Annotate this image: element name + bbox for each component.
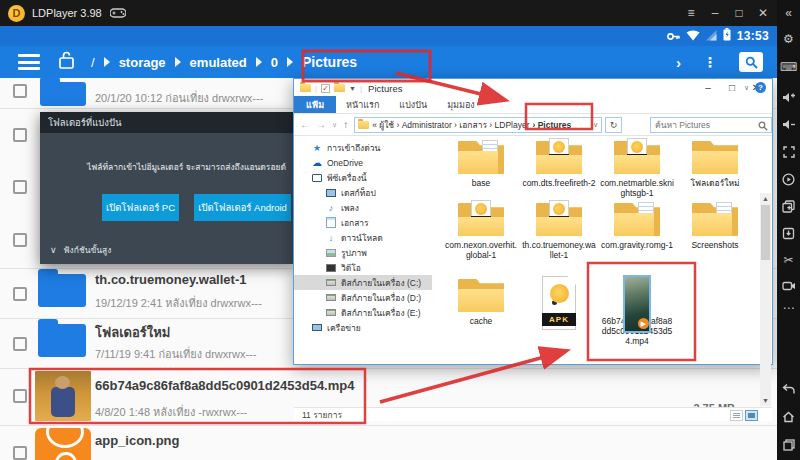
breadcrumb-root[interactable]: / xyxy=(91,55,95,70)
keyboard-icon[interactable]: ⌨ xyxy=(777,58,800,76)
explorer-search-input[interactable] xyxy=(651,118,771,132)
sidebar-item[interactable]: ดาวน์โหลด xyxy=(294,230,432,245)
address-path[interactable]: « ผู้ใช้ › Administrator › เอกสาร › LDPl… xyxy=(372,118,529,132)
scroll-down-icon[interactable]: ▼ xyxy=(760,395,771,406)
row-checkbox[interactable] xyxy=(13,180,27,194)
sidebar-item[interactable]: พีซีเครื่องนี้ xyxy=(294,170,432,185)
back-icon[interactable] xyxy=(777,380,800,398)
file-name[interactable]: 66b74a9c86faf8a8dd5c0901d2453d54.mp4 xyxy=(95,378,354,393)
refresh-icon[interactable]: ↻ xyxy=(605,117,622,133)
more-icon[interactable]: ⋯ xyxy=(777,299,800,317)
ribbon-collapse-icon[interactable]: ∨ xyxy=(744,84,749,92)
new-folder-icon[interactable] xyxy=(334,84,345,92)
lock-icon[interactable] xyxy=(58,50,75,74)
breadcrumb-current[interactable]: Pictures xyxy=(302,54,357,70)
breadcrumb-zero[interactable]: 0 xyxy=(271,55,278,70)
recent-apps-icon[interactable] xyxy=(777,436,800,454)
row-checkbox[interactable] xyxy=(13,389,27,403)
ribbon-tab[interactable]: แบ่งปัน xyxy=(389,96,437,113)
gamepad-icon[interactable] xyxy=(110,4,126,22)
fullscreen-icon[interactable] xyxy=(777,143,800,161)
ribbon-tab[interactable]: มุมมอง xyxy=(437,96,485,113)
sidebar-item[interactable]: วิดีโอ xyxy=(294,260,432,275)
sync-rotate-icon[interactable] xyxy=(777,170,800,188)
file-name[interactable]: th.co.truemoney.wallet-1 xyxy=(95,272,246,287)
properties-check-icon[interactable]: ✓ xyxy=(321,84,330,93)
advanced-functions-toggle[interactable]: ∨ ฟังก์ชันขั้นสูง xyxy=(50,243,111,257)
sidebar-item[interactable]: OneDrive xyxy=(294,155,432,170)
nav-forward-icon[interactable]: → xyxy=(316,119,326,130)
row-checkbox[interactable] xyxy=(13,446,27,460)
address-box[interactable]: « ผู้ใช้ › Administrator › เอกสาร › LDPl… xyxy=(354,117,602,133)
grid-item[interactable]: โฟลเดอร์ใหม่ xyxy=(676,136,754,198)
image-thumbnail[interactable] xyxy=(35,428,91,460)
grid-item[interactable]: APK th.co.truemoney.wallet-1 xyxy=(520,198,598,274)
screenshot-cut-icon[interactable]: ✂ xyxy=(777,251,800,269)
grid-item[interactable]: base xyxy=(442,136,520,198)
sidebar-item[interactable]: ดิสก์ภายในเครื่อง (E:) xyxy=(294,305,432,320)
breadcrumb-storage[interactable]: storage xyxy=(119,55,166,70)
multi-instance-icon[interactable] xyxy=(777,197,800,215)
menu-icon[interactable]: ≡ xyxy=(679,0,703,26)
explorer-search[interactable] xyxy=(650,117,772,133)
settings-gear-icon[interactable]: ⚙ xyxy=(777,30,800,48)
screen-record-icon[interactable] xyxy=(777,277,800,295)
grid-item[interactable]: APK com.dts.freefireth-2 xyxy=(520,136,598,198)
sidebar-item-label: ดิสก์ภายในเครื่อง (D:) xyxy=(341,291,421,305)
row-checkbox[interactable] xyxy=(13,84,27,98)
ribbon-tab[interactable]: แฟ้ม xyxy=(294,96,336,113)
nav-back-icon[interactable]: ← xyxy=(300,119,310,130)
grid-item[interactable]: ▶ 66b74a9c86faf8a8dd5c0901d2453d54.mp4 xyxy=(598,274,676,374)
sidebar-item[interactable]: เอกสาร xyxy=(294,215,432,230)
row-checkbox[interactable] xyxy=(13,233,27,247)
grid-item[interactable]: APK com.netmarble.sknightsgb-1 xyxy=(598,136,676,198)
scroll-up-icon[interactable]: ▲ xyxy=(760,193,771,204)
open-pc-folder-button[interactable]: เปิดโฟลเดอร์ PC xyxy=(102,194,179,221)
volume-up-icon[interactable] xyxy=(777,88,800,106)
explorer-maximize-button[interactable]: □ xyxy=(720,79,744,96)
sidebar-item[interactable]: เดสก์ท็อป xyxy=(294,185,432,200)
breadcrumb-emulated[interactable]: emulated xyxy=(190,55,247,70)
row-checkbox[interactable] xyxy=(13,337,27,351)
grid-item[interactable]: APK com.nexon.overhit.global-1 xyxy=(442,198,520,274)
minimize-button[interactable]: – xyxy=(703,0,727,26)
sidebar-item[interactable]: รูปภาพ xyxy=(294,245,432,260)
row-checkbox[interactable] xyxy=(13,128,27,142)
explorer-minimize-button[interactable]: – xyxy=(696,79,720,96)
hamburger-menu-icon[interactable] xyxy=(18,54,40,70)
thumbnail-view-button[interactable] xyxy=(745,410,758,421)
maximize-button[interactable]: □ xyxy=(727,0,751,26)
sidebar-item[interactable]: เครือข่าย xyxy=(294,320,432,335)
file-name[interactable]: app_icon.png xyxy=(95,433,180,448)
overflow-menu-icon[interactable]: ⋮ xyxy=(703,54,717,70)
search-button[interactable] xyxy=(739,52,763,72)
sidebar-item[interactable]: ดิสก์ภายในเครื่อง (D:) xyxy=(294,290,432,305)
scrollbar-thumb[interactable] xyxy=(761,205,770,260)
quick-access-dropdown-icon[interactable]: ▼ xyxy=(349,85,356,92)
video-thumbnail[interactable] xyxy=(35,371,91,421)
help-icon[interactable]: ? xyxy=(755,82,766,93)
grid-item[interactable]: cache xyxy=(442,274,520,374)
explorer-scrollbar[interactable]: ▲ ▼ xyxy=(760,193,771,406)
nav-history-icon[interactable]: ∨ xyxy=(332,121,337,129)
grid-item[interactable]: com.gravity.romg-1 xyxy=(598,198,676,274)
open-android-folder-button[interactable]: เปิดโฟลเดอร์ Android xyxy=(194,194,291,221)
sidebar-item[interactable]: การเข้าถึงด่วน xyxy=(294,140,432,155)
grid-item[interactable]: APK base.apk xyxy=(520,274,598,374)
forward-chevron-icon[interactable]: › xyxy=(676,54,681,71)
file-name[interactable]: โฟลเดอร์ใหม่ xyxy=(95,322,170,343)
details-view-button[interactable] xyxy=(730,410,743,421)
volume-down-icon[interactable] xyxy=(777,115,800,133)
sidebar-item[interactable]: ดิสก์ภายในเครื่อง (C:) xyxy=(294,275,432,290)
collapse-icon[interactable]: « xyxy=(777,4,800,22)
address-dropdown-icon[interactable]: ∨ xyxy=(593,121,598,129)
close-button[interactable]: ✕ xyxy=(751,0,775,26)
nav-up-icon[interactable]: ↑ xyxy=(343,119,348,130)
address-current[interactable]: › Pictures xyxy=(533,120,572,130)
row-checkbox[interactable] xyxy=(13,287,27,301)
install-apk-icon[interactable] xyxy=(777,224,800,242)
grid-item[interactable]: Screenshots xyxy=(676,198,754,274)
sidebar-item[interactable]: เพลง xyxy=(294,200,432,215)
ribbon-tab[interactable]: หน้าแรก xyxy=(336,96,389,113)
home-icon[interactable] xyxy=(777,408,800,426)
